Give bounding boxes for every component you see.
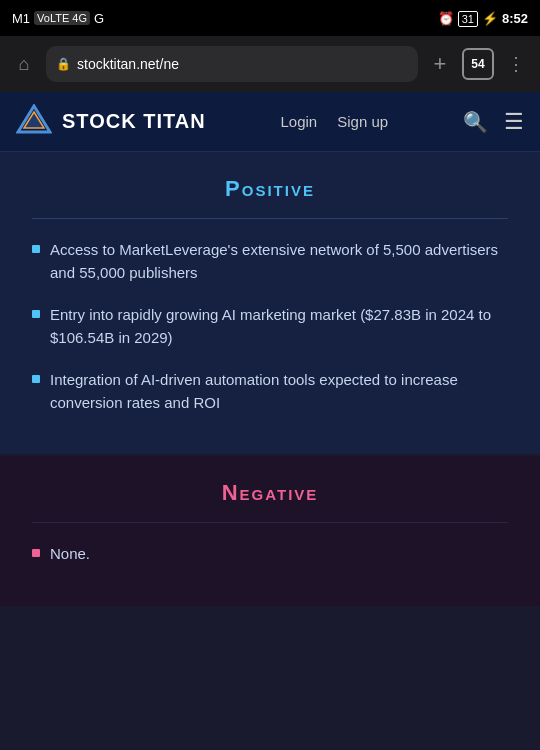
more-menu-button[interactable]: ⋮ — [502, 50, 530, 78]
positive-section: Positive Access to MarketLeverage's exte… — [0, 152, 540, 454]
list-item: Entry into rapidly growing AI marketing … — [32, 304, 508, 349]
search-icon[interactable]: 🔍 — [463, 110, 488, 134]
home-button[interactable]: ⌂ — [10, 50, 38, 78]
new-tab-button[interactable]: + — [426, 50, 454, 78]
status-left: M1 VoLTE 4G G — [12, 11, 104, 26]
home-icon: ⌂ — [19, 54, 30, 75]
bullet-marker — [32, 375, 40, 383]
navbar: STOCK TITAN Login Sign up 🔍 ☰ — [0, 92, 540, 152]
list-item: None. — [32, 543, 508, 566]
navbar-links: Login Sign up — [281, 113, 389, 130]
navbar-icons: 🔍 ☰ — [463, 109, 524, 135]
carrier-label: M1 — [12, 11, 30, 26]
signup-link[interactable]: Sign up — [337, 113, 388, 130]
list-item: Access to MarketLeverage's extensive net… — [32, 239, 508, 284]
network-label: VoLTE 4G — [34, 11, 90, 25]
positive-title: Positive — [32, 176, 508, 202]
status-right: ⏰ 31 ⚡ 8:52 — [438, 11, 528, 26]
positive-divider — [32, 218, 508, 219]
positive-item-3: Integration of AI-driven automation tool… — [50, 369, 508, 414]
time-label: 8:52 — [502, 11, 528, 26]
tab-count-button[interactable]: 54 — [462, 48, 494, 80]
address-text: stocktitan.net/ne — [77, 56, 179, 72]
alarm-icon: ⏰ — [438, 11, 454, 26]
security-icon: 🔒 — [56, 57, 71, 71]
signal-label: G — [94, 11, 104, 26]
address-bar[interactable]: 🔒 stocktitan.net/ne — [46, 46, 418, 82]
main-content: Positive Access to MarketLeverage's exte… — [0, 152, 540, 606]
browser-chrome: ⌂ 🔒 stocktitan.net/ne + 54 ⋮ — [0, 36, 540, 92]
list-item: Integration of AI-driven automation tool… — [32, 369, 508, 414]
brand-name: STOCK TITAN — [62, 110, 206, 133]
battery-level: 31 — [458, 11, 478, 26]
negative-bullet-list: None. — [32, 543, 508, 566]
brand-logo — [16, 104, 52, 140]
bullet-marker — [32, 310, 40, 318]
bullet-marker — [32, 245, 40, 253]
status-bar: M1 VoLTE 4G G ⏰ 31 ⚡ 8:52 — [0, 0, 540, 36]
login-link[interactable]: Login — [281, 113, 318, 130]
add-tab-icon: + — [434, 51, 447, 77]
positive-item-2: Entry into rapidly growing AI marketing … — [50, 304, 508, 349]
bullet-marker-neg — [32, 549, 40, 557]
menu-icon[interactable]: ☰ — [504, 109, 524, 135]
positive-item-1: Access to MarketLeverage's extensive net… — [50, 239, 508, 284]
more-icon: ⋮ — [507, 53, 525, 75]
negative-divider — [32, 522, 508, 523]
charging-icon: ⚡ — [482, 11, 498, 26]
brand: STOCK TITAN — [16, 104, 206, 140]
negative-title: Negative — [32, 480, 508, 506]
negative-section: Negative None. — [0, 456, 540, 606]
tab-count-label: 54 — [471, 57, 484, 71]
negative-item-1: None. — [50, 543, 90, 566]
positive-bullet-list: Access to MarketLeverage's extensive net… — [32, 239, 508, 414]
